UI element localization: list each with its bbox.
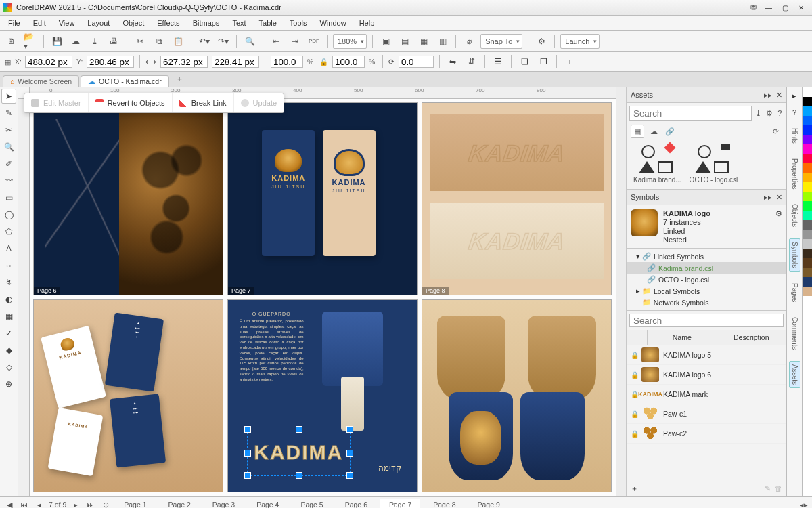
open-button[interactable]: 📂▾ — [23, 34, 38, 49]
export-button[interactable]: ⇥ — [288, 34, 302, 49]
col-desc[interactable]: Description — [717, 330, 787, 345]
symbol-tree[interactable]: ▾ 🔗 Linked Symbols 🔗 Kadima brand.csl 🔗 … — [627, 249, 786, 311]
tab-comments[interactable]: Comments — [789, 314, 800, 353]
swatch[interactable] — [803, 144, 812, 154]
break-link-button[interactable]: Break Link — [173, 93, 234, 112]
dock-close-icon[interactable]: ✕ — [776, 91, 782, 100]
swatch[interactable] — [803, 287, 812, 296]
redo-button[interactable]: ↷▾ — [216, 34, 231, 49]
assets-local-icon[interactable]: ▤ — [631, 125, 644, 138]
page-10-thumb[interactable]: O GUEPARDO É um animal predador, preferi… — [227, 299, 418, 492]
launch-combo[interactable]: Launch — [560, 34, 600, 49]
symbol-row[interactable]: 🔒KADIMA logo 5 — [627, 345, 786, 365]
revert-objects-button[interactable]: Revert to Objects — [89, 93, 173, 112]
menu-effects[interactable]: Effects — [152, 18, 185, 28]
assets-help-icon[interactable]: ? — [776, 106, 784, 120]
menu-bitmaps[interactable]: Bitmaps — [187, 18, 225, 28]
tree-network-symbols[interactable]: 📁 Network Symbols — [627, 297, 786, 308]
vertical-scrollbar[interactable] — [616, 87, 626, 496]
page-7-thumb[interactable]: KADIMA JIU JITSU KADIMA JIU JITSU Page 7 — [227, 102, 418, 295]
fullscreen-icon[interactable]: ▣ — [378, 34, 393, 49]
maximize-button[interactable]: ▢ — [777, 0, 793, 15]
menu-object[interactable]: Object — [117, 18, 150, 28]
guides-icon[interactable]: ▥ — [435, 34, 450, 49]
artistic-media-tool[interactable]: 〰 — [1, 173, 16, 188]
page-tab-3[interactable]: Page 3 — [204, 499, 244, 509]
symbol-add-icon[interactable]: ＋ — [631, 484, 638, 494]
x-field[interactable] — [25, 56, 72, 68]
w-field[interactable] — [160, 56, 208, 68]
menu-file[interactable]: File — [3, 18, 26, 28]
assets-settings-icon[interactable]: ⚙ — [765, 106, 773, 120]
symbols-header[interactable]: Symbols ▸▸ ✕ — [627, 189, 786, 205]
drop-shadow-tool[interactable]: ◐ — [1, 292, 16, 307]
page-tab-8[interactable]: Page 8 — [424, 499, 464, 509]
lock-ratio-icon[interactable]: 🔒 — [319, 58, 328, 66]
menu-layout[interactable]: Layout — [82, 18, 115, 28]
menu-table[interactable]: Table — [254, 18, 282, 28]
y-field[interactable] — [87, 56, 134, 68]
nav-prev-page[interactable]: ◂ — [34, 501, 45, 508]
dock-collapse-icon-2[interactable]: ▸▸ — [764, 193, 772, 202]
parallel-dim-tool[interactable]: ↔ — [1, 258, 16, 273]
obj-origin-icon[interactable]: ▦ — [4, 58, 11, 66]
tab-symbols[interactable]: Symbols — [789, 238, 800, 271]
add-tool[interactable]: ⊕ — [1, 377, 16, 391]
symbol-settings-icon[interactable]: ⚙ — [775, 209, 782, 244]
assets-cloud-icon[interactable]: ☁ — [647, 125, 660, 138]
assets-import-icon[interactable]: ⤓ — [754, 106, 763, 120]
print-button[interactable]: 🖶 — [106, 34, 121, 49]
assets-refresh-icon[interactable]: ⟳ — [769, 125, 782, 138]
eyedropper-tool[interactable]: ✓ — [1, 326, 16, 341]
order-icon[interactable]: ❏ — [517, 54, 532, 69]
options-button[interactable]: ⚙ — [534, 34, 549, 49]
tree-octo-logo[interactable]: 🔗 OCTO - logo.csl — [627, 274, 786, 285]
tree-local-symbols[interactable]: ▸ 📁 Local Symbols — [627, 285, 786, 297]
symbol-delete-icon[interactable]: 🗑 — [775, 484, 782, 492]
tab-assets[interactable]: Assets — [789, 361, 800, 388]
scale-x-field[interactable] — [271, 56, 303, 68]
swatch[interactable] — [803, 116, 812, 125]
menu-window[interactable]: Window — [315, 18, 352, 28]
symbol-list[interactable]: 🔒KADIMA logo 5 🔒KADIMA logo 6 🔒KADIMAKAD… — [627, 345, 786, 480]
snap-off-icon[interactable]: ⌀ — [461, 34, 476, 49]
asset-thumb-1[interactable]: Kadima brand... — [633, 144, 681, 184]
rectangle-tool[interactable]: ▭ — [1, 190, 16, 205]
page-tab-9[interactable]: Page 9 — [469, 499, 509, 509]
color-palette[interactable] — [802, 87, 812, 496]
update-button[interactable]: Update — [234, 93, 284, 112]
zoom-combo[interactable]: 180% — [333, 34, 367, 49]
tab-welcome[interactable]: ⌂ Welcome Screen — [3, 75, 79, 87]
mirror-h-icon[interactable]: ⇋ — [445, 54, 460, 69]
swatch[interactable] — [803, 87, 812, 97]
hscroll-icon[interactable]: ◂▸ — [800, 501, 808, 508]
menu-view[interactable]: View — [53, 18, 81, 28]
col-name[interactable]: Name — [648, 330, 717, 345]
wrap-icon[interactable]: ❐ — [536, 54, 551, 69]
symbol-row[interactable]: 🔒KADIMAKADIMA mark — [627, 385, 786, 404]
swatch[interactable] — [803, 97, 812, 106]
swatch[interactable] — [803, 249, 812, 258]
nav-first-icon[interactable]: ⏮ — [19, 501, 30, 508]
close-button[interactable]: ✕ — [793, 0, 809, 15]
outline-tool[interactable]: ◇ — [1, 360, 16, 375]
fill-tool[interactable]: ◆ — [1, 343, 16, 358]
assets-linked-icon[interactable]: 🔗 — [663, 125, 677, 138]
page-tab-4[interactable]: Page 4 — [248, 499, 288, 509]
canvas-area[interactable]: 0 100 200 300 400 500 600 700 800 Edit M… — [18, 87, 616, 496]
polygon-tool[interactable]: ⬠ — [1, 224, 16, 239]
swatch[interactable] — [803, 201, 812, 211]
swatch[interactable] — [803, 220, 812, 230]
page-tab-7[interactable]: Page 7 — [380, 499, 420, 509]
ellipse-tool[interactable]: ◯ — [1, 207, 16, 222]
nav-next-page[interactable]: ▸ — [70, 501, 81, 508]
rulers-icon[interactable]: ▤ — [397, 34, 412, 49]
page-9-thumb[interactable]: KADIMA ✦••••••••• ✦•••••••• KADIMA — [33, 299, 223, 492]
symbol-row[interactable]: 🔒Paw-c1 — [627, 404, 786, 424]
vertical-ruler[interactable] — [18, 98, 30, 496]
page-11-thumb[interactable] — [422, 299, 612, 492]
undo-button[interactable]: ↶▾ — [197, 34, 212, 49]
text-tool[interactable]: A — [1, 241, 16, 256]
swatch[interactable] — [803, 135, 812, 144]
edit-master-button[interactable]: Edit Master — [24, 93, 89, 112]
